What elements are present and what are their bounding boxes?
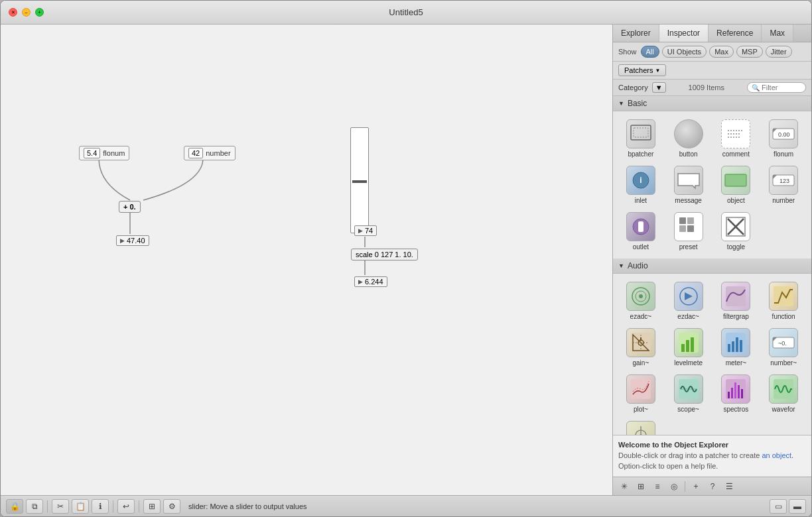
object-message[interactable]: message — [666, 163, 711, 207]
object-toggle[interactable]: toggle — [714, 209, 759, 253]
cut-button[interactable]: ✂ — [52, 499, 69, 514]
undo-button[interactable]: ↩ — [117, 499, 135, 514]
object-comment[interactable]: comment — [714, 117, 759, 160]
info-desc2: Option-click to open a help file. — [618, 461, 806, 471]
info-link[interactable]: an object — [762, 451, 791, 459]
object-ezdac[interactable]: ezdac~ — [666, 279, 711, 323]
object-outlet[interactable]: outlet — [618, 209, 663, 253]
filter-max[interactable]: Max — [709, 46, 734, 58]
svg-rect-36 — [686, 340, 689, 352]
result-arrow: ▶ — [120, 237, 125, 244]
number-node[interactable]: 42 number — [184, 146, 236, 160]
tab-explorer[interactable]: Explorer — [613, 25, 659, 42]
svg-rect-50 — [728, 392, 730, 398]
panel-asterisk-btn[interactable]: ✳ — [617, 480, 632, 493]
outlet-icon — [626, 212, 655, 241]
panel-grid-btn[interactable]: ⊞ — [634, 480, 648, 493]
filter-all[interactable]: All — [641, 46, 659, 58]
plus-node[interactable]: + 0. — [119, 201, 141, 213]
basic-header[interactable]: ▼ Basic — [613, 96, 811, 111]
number-icon: 123 — [769, 166, 798, 195]
toggle-icon — [721, 212, 750, 241]
panel-help-btn[interactable]: ? — [705, 480, 720, 493]
panel-plus-btn[interactable]: + — [689, 480, 703, 493]
gain-icon — [626, 328, 655, 357]
object-function[interactable]: function — [761, 279, 806, 323]
filter-msp[interactable]: MSP — [736, 46, 763, 58]
object-levelmete[interactable]: levelmete — [666, 325, 711, 369]
spectros-icon — [721, 374, 750, 404]
panel-eye-btn[interactable]: ◎ — [667, 480, 681, 493]
info-desc1: Double-click or drag into a patcher to c… — [618, 451, 806, 461]
copy-button[interactable]: ⧉ — [26, 499, 43, 514]
audio-section: ▼ Audio — [613, 258, 811, 435]
object-bpatcher[interactable]: bpatcher — [618, 117, 663, 160]
scope-name: scope~ — [677, 406, 699, 413]
audio-grid: ezadc~ ezdac~ — [613, 274, 811, 435]
maximize-button[interactable]: + — [35, 8, 44, 17]
object-spectros[interactable]: spectros — [714, 372, 759, 416]
flonum-node[interactable]: 5.4 flonum — [79, 146, 129, 160]
ezdac-icon — [674, 282, 703, 311]
view-buttons: ▭ ▬ — [770, 499, 806, 514]
single-window-btn[interactable]: ▭ — [770, 499, 787, 514]
svg-rect-17 — [687, 217, 694, 224]
lock-button[interactable]: 🔒 — [6, 499, 23, 514]
panel-list-btn[interactable]: ≡ — [650, 480, 665, 493]
panel-menu-btn[interactable]: ☰ — [722, 480, 736, 493]
object-flonum[interactable]: 0.00 flonum — [761, 117, 806, 160]
panel-tabs: Explorer Inspector Reference Max — [613, 25, 811, 42]
minimize-button[interactable]: – — [22, 8, 31, 17]
ezadc-name: ezadc~ — [630, 313, 652, 320]
paste-button[interactable]: 📋 — [72, 499, 89, 514]
search-input[interactable] — [762, 84, 801, 91]
grid-button[interactable]: ⊞ — [143, 499, 161, 514]
object-wavefor[interactable]: wavefor — [761, 372, 806, 416]
result-node[interactable]: ▶ 47.40 — [116, 235, 149, 246]
audio-header[interactable]: ▼ Audio — [613, 258, 811, 274]
status-text: slider: Move a slider to output values — [183, 502, 767, 510]
main-window: ✕ – + Untitled5 — [0, 0, 812, 517]
audio-arrow: ▼ — [618, 262, 624, 269]
button-icon — [674, 119, 703, 148]
tab-max[interactable]: Max — [762, 25, 793, 42]
ezadc-icon — [626, 282, 655, 311]
object-object[interactable]: object — [714, 163, 759, 207]
patchers-bar: Patchers ▼ — [613, 62, 811, 80]
toolbar-sep3 — [139, 500, 139, 512]
object-number[interactable]: 123 number — [761, 163, 806, 207]
output-node[interactable]: ▶ 6.244 — [354, 276, 387, 287]
object-plot[interactable]: plot~ — [618, 372, 663, 416]
svg-rect-19 — [687, 225, 694, 232]
slider-widget[interactable] — [350, 127, 369, 233]
prefs-button[interactable]: ⚙ — [163, 499, 180, 514]
patchers-button[interactable]: Patchers ▼ — [618, 64, 666, 76]
tab-inspector[interactable]: Inspector — [659, 25, 709, 42]
info-desc1-text: Double-click or drag into a patcher to c… — [618, 451, 762, 459]
object-filtergrap[interactable]: filtergrap — [714, 279, 759, 323]
close-button[interactable]: ✕ — [9, 8, 17, 17]
tab-reference[interactable]: Reference — [709, 25, 762, 42]
category-dropdown[interactable]: ▼ — [652, 82, 666, 93]
dual-window-btn[interactable]: ▬ — [789, 499, 806, 514]
wavefor-icon — [769, 374, 798, 404]
canvas-area[interactable]: 5.4 flonum 42 number + 0. ▶ 47.40 ▶ — [1, 25, 612, 495]
object-gain[interactable]: gain~ — [618, 325, 663, 369]
scale-node[interactable]: scale 0 127 1. 10. — [351, 249, 418, 260]
object-button[interactable]: button — [666, 117, 711, 160]
object-scope[interactable]: scope~ — [666, 372, 711, 416]
gain-name: gain~ — [633, 359, 649, 367]
object-meter[interactable]: meter~ — [714, 325, 759, 369]
basic-arrow: ▼ — [618, 100, 624, 107]
filter-ui[interactable]: UI Objects — [662, 46, 707, 58]
out-value: 6.244 — [365, 278, 383, 286]
value-74-node[interactable]: ▶ 74 — [354, 225, 377, 236]
button-name: button — [679, 150, 698, 158]
object-misc[interactable] — [618, 418, 663, 435]
object-ezadc[interactable]: ezadc~ — [618, 279, 663, 323]
info-button[interactable]: ℹ — [92, 499, 109, 514]
filter-jitter[interactable]: Jitter — [766, 46, 792, 58]
object-preset[interactable]: preset — [666, 209, 711, 253]
object-inlet[interactable]: i inlet — [618, 163, 663, 207]
object-number-tilde[interactable]: ~0. number~ — [761, 325, 806, 369]
